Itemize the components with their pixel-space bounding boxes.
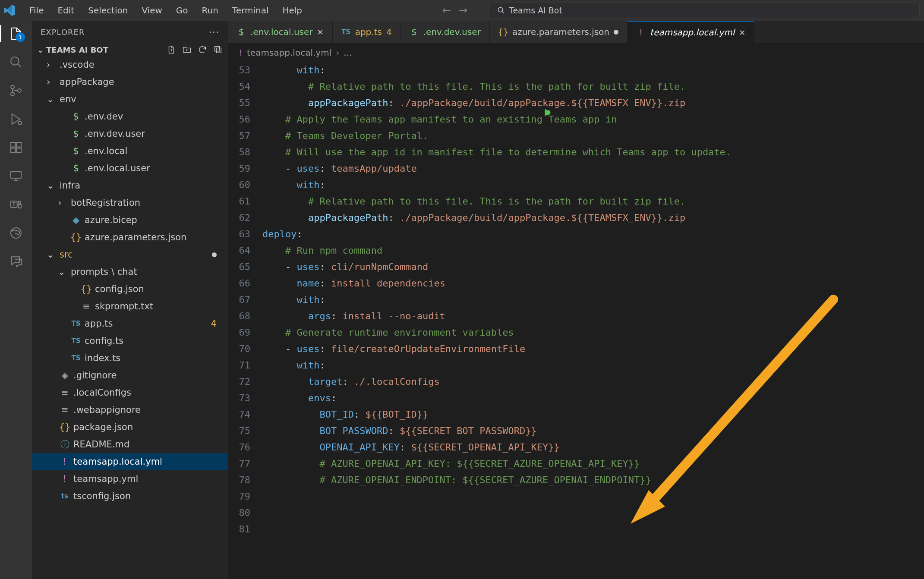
menu-go[interactable]: Go xyxy=(170,3,194,17)
tab-label: azure.parameters.json xyxy=(512,27,609,37)
info-icon: ⓘ xyxy=(60,438,70,450)
activity-remote[interactable] xyxy=(7,167,25,185)
tree-item[interactable]: ◆azure.bicep xyxy=(32,211,228,229)
code-lines[interactable]: with: # Relative path to this file. This… xyxy=(258,62,731,579)
tree-item[interactable]: $.env.dev xyxy=(32,108,228,125)
dirty-dot-icon xyxy=(212,252,217,257)
refresh-icon[interactable] xyxy=(198,45,207,54)
tree-item[interactable]: !teamsapp.local.yml xyxy=(32,453,228,470)
title-bar: FileEditSelectionViewGoRunTerminalHelp ←… xyxy=(0,0,924,21)
diamond-icon: ◈ xyxy=(60,370,70,381)
tree-item-label: app.ts xyxy=(85,318,113,329)
chevron-right-icon: › xyxy=(47,60,56,70)
tree-item[interactable]: {}config.json xyxy=(32,280,228,298)
line-gutter: 5354555657585960616263646566676869707172… xyxy=(228,62,258,579)
activity-scm[interactable] xyxy=(7,82,25,99)
tree-item[interactable]: ›.vscode xyxy=(32,56,228,73)
dollar-icon: $ xyxy=(71,163,81,173)
tab[interactable]: {}azure.parameters.json xyxy=(490,21,628,43)
tree-item[interactable]: {}package.json xyxy=(32,419,228,436)
tree-item[interactable]: TSindex.ts xyxy=(32,349,228,367)
breadcrumb[interactable]: ! teamsapp.local.yml › ... xyxy=(228,43,924,62)
lines-icon: ≡ xyxy=(60,405,70,415)
tree-item[interactable]: TSapp.ts4 xyxy=(32,315,228,332)
activity-debug[interactable] xyxy=(7,110,25,128)
svg-point-14 xyxy=(18,201,20,203)
code-editor[interactable]: 5354555657585960616263646566676869707172… xyxy=(228,62,924,579)
tree-item[interactable]: ⓘREADME.md xyxy=(32,436,228,453)
menu-help[interactable]: Help xyxy=(276,3,308,17)
tree-item[interactable]: ›botRegistration xyxy=(32,194,228,211)
tree-item-label: .webappignore xyxy=(73,405,141,415)
ts-icon: TS xyxy=(71,337,81,345)
tab[interactable]: TSapp.ts4 xyxy=(333,21,401,43)
menu-selection[interactable]: Selection xyxy=(82,3,134,17)
tree-item[interactable]: ≡skprompt.txt xyxy=(32,298,228,315)
menu-terminal[interactable]: Terminal xyxy=(226,3,275,17)
command-center[interactable]: Teams AI Bot xyxy=(488,3,920,18)
tree-item[interactable]: $.env.local.user xyxy=(32,160,228,177)
breadcrumb-rest: ... xyxy=(344,47,352,58)
tree-item[interactable]: {}azure.parameters.json xyxy=(32,229,228,246)
tree-item-label: tsconfig.json xyxy=(73,491,131,501)
sidebar-more-icon[interactable]: ··· xyxy=(209,27,219,38)
tree-item-label: config.ts xyxy=(85,336,123,346)
tree-item[interactable]: ⌄env xyxy=(32,91,228,108)
tree-item[interactable]: ◈.gitignore xyxy=(32,367,228,384)
close-icon[interactable]: ✕ xyxy=(739,28,745,37)
tree-item[interactable]: ⌄prompts \ chat xyxy=(32,263,228,280)
bang-icon: ! xyxy=(60,474,70,484)
menu-run[interactable]: Run xyxy=(196,3,224,17)
tree-item-label: .gitignore xyxy=(73,370,117,381)
tabs-row: $.env.local.user✕TSapp.ts4$.env.dev.user… xyxy=(228,21,924,43)
brace-icon: {} xyxy=(71,232,81,242)
tree-item[interactable]: TSconfig.ts xyxy=(32,332,228,349)
menu-bar: FileEditSelectionViewGoRunTerminalHelp xyxy=(23,3,308,17)
activity-search[interactable] xyxy=(7,53,25,71)
chevron-right-icon: › xyxy=(47,77,56,87)
svg-rect-8 xyxy=(11,142,16,147)
brace-icon: {} xyxy=(498,27,508,37)
chevron-down-icon: ⌄ xyxy=(47,180,56,191)
tab[interactable]: !teamsapp.local.yml✕ xyxy=(628,21,754,43)
tree-item[interactable]: ⌄infra xyxy=(32,177,228,194)
menu-edit[interactable]: Edit xyxy=(51,3,80,17)
tree-item[interactable]: $.env.dev.user xyxy=(32,125,228,142)
tree-item[interactable]: $.env.local xyxy=(32,142,228,160)
tree-item[interactable]: ≡.localConfigs xyxy=(32,384,228,401)
dollar-icon: $ xyxy=(71,129,81,139)
tree-item[interactable]: !teamsapp.yml xyxy=(32,470,228,488)
svg-rect-10 xyxy=(16,148,21,153)
search-icon xyxy=(497,6,505,14)
tab-label: .env.local.user xyxy=(250,27,313,37)
ts-icon: TS xyxy=(71,354,81,362)
tree-item[interactable]: ≡.webappignore xyxy=(32,401,228,419)
activity-bar: 1 xyxy=(0,21,32,579)
menu-file[interactable]: File xyxy=(23,3,50,17)
activity-comments[interactable] xyxy=(7,253,25,270)
new-folder-icon[interactable] xyxy=(182,45,192,54)
svg-line-3 xyxy=(18,64,21,67)
nav-forward-icon[interactable]: → xyxy=(459,4,467,16)
tree-item-label: teamsapp.local.yml xyxy=(73,456,162,467)
tree-item-label: botRegistration xyxy=(71,198,140,208)
folder-header[interactable]: ⌄ TEAMS AI BOT xyxy=(32,43,228,56)
tab[interactable]: $.env.local.user✕ xyxy=(228,21,333,43)
nav-back-icon[interactable]: ← xyxy=(442,4,451,16)
activity-teams[interactable] xyxy=(7,196,25,213)
tree-item[interactable]: ⌄src xyxy=(32,246,228,263)
svg-rect-12 xyxy=(11,171,21,178)
tree-item[interactable]: tstsconfig.json xyxy=(32,488,228,505)
close-icon[interactable]: ✕ xyxy=(317,28,324,37)
nav-arrows: ← → xyxy=(442,4,467,16)
activity-edge[interactable] xyxy=(7,224,25,242)
dollar-icon: $ xyxy=(71,146,81,156)
tab-label: app.ts xyxy=(355,27,382,37)
collapse-icon[interactable] xyxy=(213,45,223,54)
tree-item[interactable]: ›appPackage xyxy=(32,73,228,91)
activity-explorer[interactable]: 1 xyxy=(7,25,25,42)
new-file-icon[interactable] xyxy=(167,45,176,54)
tab[interactable]: $.env.dev.user xyxy=(401,21,490,43)
activity-extensions[interactable] xyxy=(7,139,25,156)
menu-view[interactable]: View xyxy=(136,3,168,17)
